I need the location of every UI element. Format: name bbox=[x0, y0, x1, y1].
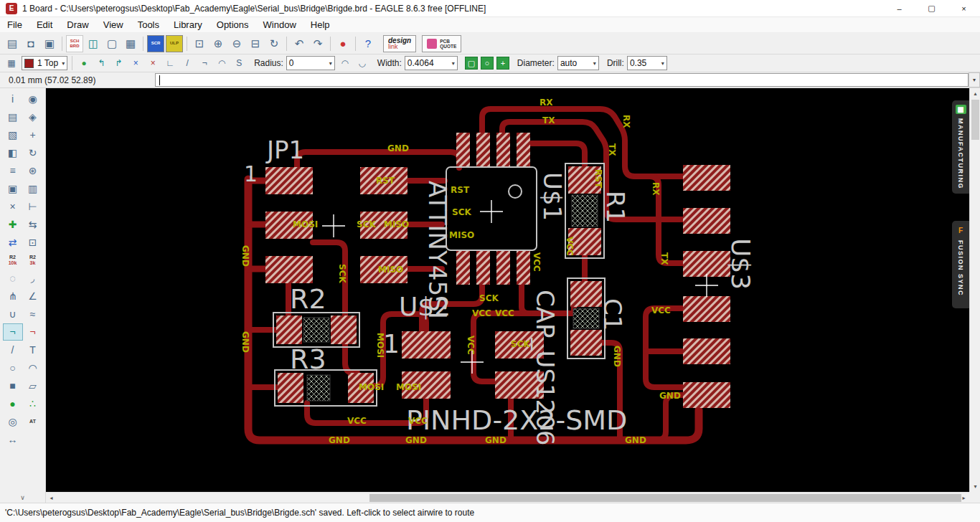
show-tool[interactable]: ◉ bbox=[23, 90, 43, 108]
zoom-in-icon[interactable]: ⊕ bbox=[209, 35, 227, 52]
help-icon[interactable]: ? bbox=[359, 35, 377, 52]
silkscreen-label[interactable]: U$2 bbox=[399, 292, 451, 321]
close-button[interactable]: × bbox=[948, 0, 980, 17]
menu-tools[interactable]: Tools bbox=[131, 18, 166, 32]
signal-label[interactable]: TX bbox=[542, 115, 555, 125]
via-shape-annular-icon[interactable]: + bbox=[496, 57, 509, 70]
vertical-scrollbar[interactable]: ▴ ▾ bbox=[969, 88, 980, 492]
scr-icon[interactable]: SCR bbox=[147, 35, 164, 52]
arc-tool[interactable]: ◠ bbox=[23, 359, 43, 376]
open-icon[interactable]: ▤ bbox=[4, 35, 21, 52]
wrench-tool[interactable]: ⊢ bbox=[23, 198, 43, 215]
signal-label[interactable]: GND bbox=[659, 391, 681, 401]
undo-icon[interactable]: ↶ bbox=[291, 35, 308, 52]
delete-tool[interactable]: × bbox=[3, 198, 23, 215]
signal-label[interactable]: VCC bbox=[347, 416, 367, 426]
signal-label[interactable]: SCK bbox=[452, 207, 471, 217]
bend-s-icon[interactable]: S bbox=[231, 56, 247, 70]
hole-tool[interactable]: ◎ bbox=[3, 413, 23, 430]
signal-label[interactable]: MISO bbox=[449, 230, 474, 240]
group-tool[interactable]: ▧ bbox=[3, 126, 23, 143]
add-part-tool[interactable]: ✚ bbox=[3, 216, 23, 233]
silkscreen-label[interactable]: R2 bbox=[290, 283, 326, 315]
signal-label[interactable]: VCC bbox=[565, 237, 575, 256]
command-input[interactable] bbox=[155, 73, 969, 87]
bend-free-icon[interactable]: ¬ bbox=[197, 56, 212, 70]
zoom-redraw-icon[interactable]: ↻ bbox=[265, 35, 283, 52]
grid-icon[interactable]: ▦ bbox=[4, 56, 19, 70]
signal-tool[interactable]: ∴ bbox=[23, 395, 43, 412]
meander-tool[interactable]: ↔ bbox=[3, 431, 23, 448]
ratsnest-tool[interactable]: ∪ bbox=[3, 305, 23, 323]
signal-label[interactable]: RX bbox=[621, 115, 631, 128]
silkscreen-label[interactable]: PINHD-2X2-SMD bbox=[406, 404, 627, 436]
signal-label[interactable]: SCK bbox=[357, 219, 376, 229]
command-history-dropdown[interactable]: ▾ bbox=[969, 72, 980, 87]
menu-file[interactable]: File bbox=[0, 18, 29, 32]
signal-label[interactable]: GND bbox=[329, 435, 350, 445]
mark-tool[interactable]: ◈ bbox=[23, 108, 43, 125]
save-icon[interactable]: ◘ bbox=[22, 35, 39, 52]
menu-view[interactable]: View bbox=[96, 18, 131, 32]
signal-label[interactable]: TX bbox=[607, 143, 617, 156]
silkscreen-label[interactable]: R1 bbox=[601, 191, 630, 223]
diameter-select[interactable]: auto ▾ bbox=[557, 56, 599, 70]
silkscreen-label[interactable]: U$1 bbox=[538, 172, 567, 221]
schbrd-toggle-icon[interactable]: SCHBRD bbox=[66, 35, 83, 52]
layer-select[interactable]: 1 Top ▾ bbox=[22, 56, 67, 70]
scroll-left-icon[interactable]: ◂ bbox=[46, 493, 57, 503]
menu-help[interactable]: Help bbox=[303, 18, 337, 32]
curve-cw-icon[interactable]: ◡ bbox=[354, 56, 370, 70]
ulp-icon[interactable]: ULP bbox=[166, 35, 183, 52]
value-tool[interactable]: R23k bbox=[23, 252, 43, 269]
radius-select[interactable]: 0 ▾ bbox=[286, 56, 335, 70]
signal-label[interactable]: VCC bbox=[472, 308, 491, 318]
silkscreen-label[interactable]: 1 bbox=[244, 161, 258, 186]
text-tool[interactable]: T bbox=[23, 341, 43, 359]
attribute-tool[interactable]: AT bbox=[23, 413, 43, 430]
scroll-down-icon[interactable]: ▾ bbox=[970, 481, 980, 492]
menu-window[interactable]: Window bbox=[256, 18, 303, 32]
via-tool[interactable]: ● bbox=[3, 395, 23, 412]
miter-round-icon[interactable]: × bbox=[145, 56, 161, 70]
signal-label[interactable]: VCC bbox=[651, 305, 671, 315]
silkscreen-label[interactable]: C1 bbox=[598, 298, 627, 331]
palette-collapse-icon[interactable]: ∨ bbox=[0, 494, 45, 501]
polygon-tool[interactable]: ▱ bbox=[23, 377, 43, 394]
design-link-button[interactable]: design link bbox=[383, 35, 416, 52]
redo-icon[interactable]: ↷ bbox=[309, 35, 326, 52]
bend-style-up-icon[interactable]: ↰ bbox=[93, 56, 109, 70]
optimize-tool[interactable]: ∠ bbox=[23, 288, 43, 305]
info-tool[interactable]: i bbox=[3, 90, 23, 108]
signal-label[interactable]: GND bbox=[485, 435, 507, 445]
menu-options[interactable]: Options bbox=[209, 18, 256, 32]
width-select[interactable]: 0.4064 ▾ bbox=[405, 56, 458, 70]
miter-tool[interactable]: ◞ bbox=[23, 270, 43, 287]
scroll-right-icon[interactable]: ▸ bbox=[958, 493, 969, 503]
signal-label[interactable]: GND bbox=[612, 346, 622, 367]
signal-label[interactable]: TX bbox=[659, 252, 669, 265]
rect-tool[interactable]: ■ bbox=[3, 377, 23, 394]
sheet-icon[interactable]: ▢ bbox=[103, 35, 121, 52]
print-icon[interactable]: ▣ bbox=[41, 35, 58, 52]
signal-label[interactable]: RST bbox=[451, 185, 470, 195]
signal-label[interactable]: MOSI bbox=[396, 382, 421, 392]
silkscreen-label[interactable]: R3 bbox=[290, 343, 326, 375]
signal-label[interactable]: MOSI bbox=[359, 382, 384, 392]
silkscreen-label[interactable]: U$3 bbox=[726, 238, 755, 290]
silkscreen-label[interactable]: JP1 bbox=[265, 136, 304, 164]
paste-tool[interactable]: ▥ bbox=[23, 180, 43, 197]
display-layers-tool[interactable]: ▤ bbox=[3, 108, 23, 125]
fusion-sync-tab[interactable]: F FUSION SYNC bbox=[952, 221, 969, 308]
circle-tool[interactable]: ○ bbox=[3, 359, 23, 376]
zoom-select-icon[interactable]: ⊟ bbox=[247, 35, 264, 52]
table-icon[interactable]: ▦ bbox=[122, 35, 139, 52]
curve-ccw-icon[interactable]: ◠ bbox=[337, 56, 353, 70]
route-tool[interactable]: ¬ bbox=[3, 323, 23, 341]
signal-label[interactable]: MISO bbox=[384, 219, 409, 229]
maximize-button[interactable]: ▢ bbox=[915, 0, 948, 17]
signal-label[interactable]: GND bbox=[405, 435, 427, 445]
board-canvas[interactable]: JP11ATTINY45SIU$1U$21R1C1R2R3CAP_US1206P… bbox=[46, 88, 969, 492]
via-shape-square-icon[interactable]: ▢ bbox=[465, 57, 478, 70]
signal-label[interactable]: SCK bbox=[479, 293, 499, 303]
